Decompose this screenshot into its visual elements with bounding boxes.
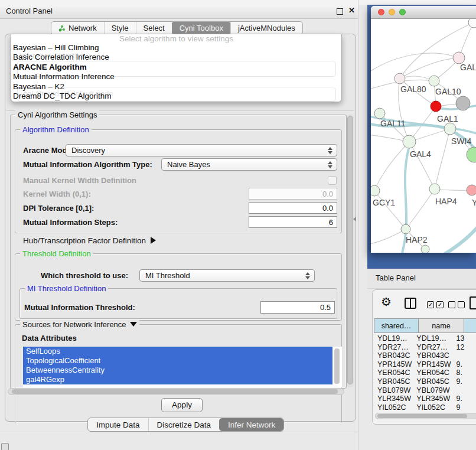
tab-select[interactable]: Select (136, 22, 172, 34)
horizontal-scrollbar[interactable] (8, 388, 344, 395)
algorithm-option-bayesian-k2[interactable]: Bayesian – K2 (11, 82, 341, 92)
columns-icon[interactable] (405, 298, 416, 309)
table-cell: YBR045C (374, 377, 413, 386)
network-node-gcy1[interactable] (371, 185, 380, 196)
panel-splitter[interactable] (358, 5, 367, 450)
document-icon[interactable] (470, 296, 476, 309)
attribute-item-gal4rgexp[interactable]: gal4RGexp (23, 375, 332, 384)
network-window[interactable]: GALGAL80GAL10GAL1GAL11SWI4GAL4GCY1HAP4YH… (371, 6, 476, 253)
mi-threshold-field[interactable]: 0.5 (260, 301, 335, 314)
which-threshold-combo[interactable]: MI Threshold (139, 269, 315, 282)
algorithm-definition-title: Algorithm Definition (20, 125, 92, 134)
table-cell: 8. (452, 369, 476, 377)
network-node[interactable] (456, 96, 470, 110)
kernel-width-label: Kernel Width (0,1): (23, 190, 91, 198)
network-node[interactable] (421, 245, 429, 253)
column-header-name[interactable]: name (419, 318, 464, 333)
splitter-collapse-icon[interactable] (353, 217, 356, 221)
kernel-width-field[interactable]: 0.0 (249, 188, 337, 200)
table-header-row: shared…nameA (374, 318, 476, 333)
column-header-a[interactable]: A (464, 318, 476, 333)
tab-cyni-toolbox[interactable]: Cyni Toolbox (172, 22, 230, 34)
attribute-item-betweennesscentrality[interactable]: BetweennessCentrality (23, 366, 332, 375)
network-node[interactable] (468, 19, 476, 28)
table-row[interactable]: YLR345WYLR345W9. (374, 394, 476, 403)
tab-network[interactable]: Network (51, 22, 104, 34)
mi-type-combo[interactable]: Naive Bayes (161, 158, 337, 171)
deselect-all-checkboxes-icon[interactable] (448, 301, 465, 308)
attribute-item-selfloops[interactable]: SelfLoops (23, 347, 332, 356)
network-canvas[interactable]: GALGAL80GAL10GAL1GAL11SWI4GAL4GCY1HAP4YH… (371, 19, 476, 253)
data-attributes-list[interactable]: SelfLoopsTopologicalCoefficientBetweenne… (23, 347, 342, 387)
algorithm-popup-placeholder: Select algorithm to view settings (11, 34, 341, 43)
control-panel-titlebar: Control Panel ✕ (0, 5, 358, 19)
network-node-y[interactable] (467, 185, 476, 195)
vertical-scrollbar[interactable] (347, 115, 354, 387)
aracne-mode-combo[interactable]: Discovery (66, 144, 337, 156)
tab-impute-data[interactable]: Impute Data (88, 418, 148, 431)
table-row[interactable]: YPR145WYPR145W9. (374, 360, 476, 369)
algorithm-option-bayesian-hill-climbing[interactable]: Bayesian – Hill Climbing (11, 43, 341, 53)
network-node-hap2[interactable] (401, 224, 410, 234)
table-scrollbar-thumb[interactable] (377, 414, 467, 418)
manual-kernel-checkbox[interactable] (328, 176, 337, 185)
table-row[interactable]: YIL052CYIL052C9 (374, 403, 476, 411)
sources-group-title[interactable]: Sources for Network Inference (20, 320, 139, 329)
horizontal-scrollbar-thumb[interactable] (12, 389, 338, 394)
minimize-traffic-light-icon[interactable] (389, 9, 395, 15)
hub-definition-label: Hub/Transcription Factor Definition (23, 236, 146, 245)
gear-icon[interactable]: ⚙ (381, 295, 392, 309)
table-row[interactable]: YDL19…YDL19…13 (374, 334, 476, 343)
network-node-labels: GALGAL80GAL10GAL1GAL11SWI4GAL4GCY1HAP4YH… (373, 63, 476, 244)
apply-button[interactable]: Apply (161, 398, 203, 412)
network-node-hap4[interactable] (429, 184, 440, 194)
algorithm-option-mutual-information-inference[interactable]: Mutual Information Inference (11, 72, 341, 81)
dock-icon[interactable] (1, 443, 9, 450)
node-label-gal80: GAL80 (400, 84, 426, 94)
network-node-gal4[interactable] (403, 135, 416, 148)
zoom-traffic-light-icon[interactable] (399, 9, 406, 15)
network-node-swi4[interactable] (444, 123, 456, 135)
tab-infer-network[interactable]: Infer Network (219, 418, 283, 431)
table-cell: 9. (452, 377, 476, 386)
mi-steps-field[interactable]: 6 (249, 216, 337, 228)
control-panel-title: Control Panel (6, 6, 53, 15)
network-node-gal11[interactable] (374, 108, 385, 119)
table-cell: YLR345W (374, 394, 413, 403)
table-cell: 9. (452, 394, 476, 403)
tab-jactivemnodules[interactable]: jActiveMNodules (230, 22, 302, 34)
table-row[interactable]: YBR043CYBR043C (374, 351, 476, 360)
tab-discretize-data[interactable]: Discretize Data (148, 418, 220, 431)
tab-style[interactable]: Style (104, 22, 136, 34)
network-node[interactable] (467, 147, 476, 162)
combo-arrows-icon (327, 161, 332, 169)
close-traffic-light-icon[interactable] (378, 9, 384, 15)
vertical-scrollbar-thumb[interactable] (347, 116, 353, 384)
table-row[interactable]: YBR045CYBR045C9. (374, 377, 476, 386)
collapse-down-icon (130, 322, 137, 327)
network-node-gal[interactable] (453, 52, 465, 64)
attribute-item-topologicalcoefficient[interactable]: TopologicalCoefficient (23, 356, 332, 366)
table-row[interactable]: YBL079WYBL079W (374, 386, 476, 395)
column-header-shared[interactable]: shared… (374, 318, 419, 333)
table-row[interactable]: YER054CYER054C8. (374, 369, 476, 377)
close-icon[interactable]: ✕ (348, 6, 355, 15)
float-window-icon[interactable] (337, 8, 343, 15)
unchecked-box-icon (458, 301, 465, 308)
algorithm-option-dream8-dc-tdc-algorithm[interactable]: Dream8 DC_TDC Algorithm (11, 92, 341, 101)
hub-definition-toggle[interactable]: Hub/Transcription Factor Definition (23, 236, 156, 245)
table-horizontal-scrollbar[interactable] (375, 413, 476, 419)
dpi-tolerance-field[interactable]: 0.0 (249, 202, 337, 214)
network-node-gal10[interactable] (429, 76, 439, 86)
table-cell: YIL052C (374, 403, 413, 411)
select-all-checkboxes-icon[interactable]: ✓ ✓ (427, 301, 444, 308)
app-root: Control Panel ✕ NetworkStyleSelectCyni T… (0, 0, 476, 450)
network-node-gal80[interactable] (395, 73, 405, 84)
unchecked-box-icon (448, 301, 455, 308)
network-window-titlebar[interactable] (371, 6, 476, 19)
algorithm-option-aracne-algorithm[interactable]: ARACNE Algorithm (11, 63, 341, 72)
algorithm-option-basic-correlation-inference[interactable]: Basic Correlation Inference (11, 53, 341, 62)
network-node-gal1[interactable] (431, 101, 441, 112)
list-scrollbar-thumb[interactable] (334, 348, 340, 384)
table-row[interactable]: YDR27…YDR27…12 (374, 343, 476, 352)
